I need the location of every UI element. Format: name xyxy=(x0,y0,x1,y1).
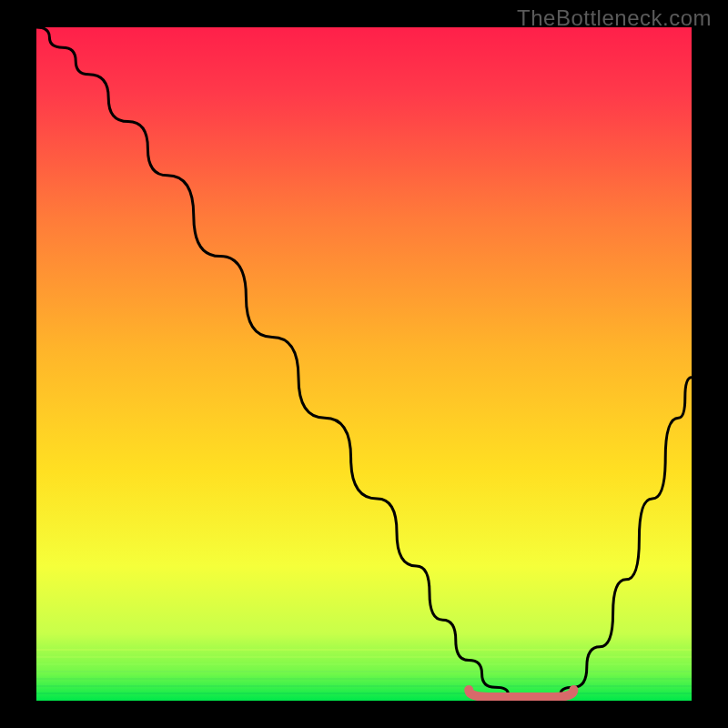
chart-frame: TheBottleneck.com xyxy=(0,0,728,728)
gradient-background xyxy=(36,27,692,701)
bottom-striations xyxy=(36,650,692,693)
watermark-text: TheBottleneck.com xyxy=(517,5,712,31)
bottleneck-chart xyxy=(0,0,728,728)
